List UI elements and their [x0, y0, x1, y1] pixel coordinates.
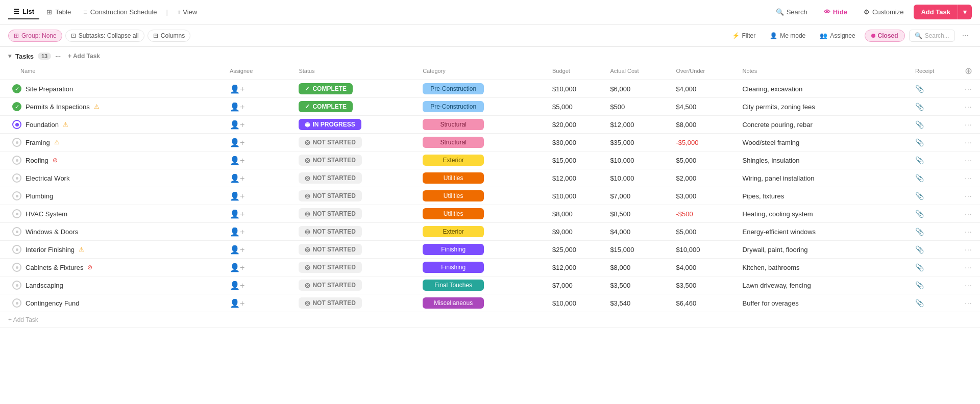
category-cell[interactable]: Structural [418, 134, 547, 152]
receipt-icon[interactable]: 📎 [915, 85, 924, 93]
task-name[interactable]: Windows & Doors [26, 228, 78, 236]
add-task-inline-button[interactable]: + Add Task [65, 52, 103, 60]
receipt-icon[interactable]: 📎 [915, 228, 924, 236]
row-more-button[interactable]: ··· [965, 138, 972, 146]
task-name[interactable]: Site Preparation [26, 85, 73, 93]
status-cell[interactable]: ◎NOT STARTED [293, 259, 418, 276]
status-cell[interactable]: ✓COMPLETE [293, 98, 418, 116]
task-name[interactable]: Electrical Work [26, 174, 69, 182]
row-more-button[interactable]: ··· [965, 263, 972, 271]
nav-add-view[interactable]: + View [172, 5, 202, 19]
receipt-icon[interactable]: 📎 [915, 210, 924, 218]
task-name[interactable]: Cabinets & Fixtures [26, 264, 83, 271]
row-more-button[interactable]: ··· [965, 192, 972, 200]
columns-chip[interactable]: ⊟ Columns [148, 30, 190, 42]
category-cell[interactable]: Pre-Construction [418, 98, 547, 116]
row-more-button[interactable]: ··· [965, 281, 972, 289]
row-more-button[interactable]: ··· [965, 85, 972, 93]
row-more-button[interactable]: ··· [965, 228, 972, 236]
add-task-dropdown-arrow[interactable]: ▾ [958, 5, 972, 19]
row-more-button[interactable]: ··· [965, 174, 972, 182]
receipt-icon[interactable]: 📎 [915, 156, 924, 164]
receipt-icon[interactable]: 📎 [915, 245, 924, 254]
category-cell[interactable]: Miscellaneous [418, 294, 547, 312]
task-name[interactable]: Framing [26, 139, 50, 146]
category-cell[interactable]: Final Touches [418, 276, 547, 294]
more-options-button[interactable]: ··· [959, 30, 972, 41]
receipt-icon[interactable]: 📎 [915, 192, 924, 200]
assignee-add-button[interactable]: 👤+ [230, 85, 244, 93]
assignee-add-button[interactable]: 👤+ [230, 210, 244, 218]
search-button[interactable]: 🔍 Search [770, 5, 814, 19]
status-cell[interactable]: ◎NOT STARTED [293, 205, 418, 223]
me-mode-button[interactable]: 👤 Me mode [765, 30, 811, 41]
task-name[interactable]: Foundation [26, 121, 59, 129]
row-more-button[interactable]: ··· [965, 299, 972, 307]
status-cell[interactable]: ◎NOT STARTED [293, 294, 418, 312]
task-name[interactable]: Plumbing [26, 192, 53, 200]
assignee-add-button[interactable]: 👤+ [230, 120, 244, 129]
assignee-add-button[interactable]: 👤+ [230, 174, 244, 183]
task-name[interactable]: Landscaping [26, 282, 63, 289]
customize-button[interactable]: ⚙ Customize [857, 5, 910, 19]
assignee-add-button[interactable]: 👤+ [230, 156, 244, 165]
filter-button[interactable]: ⚡ Filter [727, 30, 761, 41]
row-more-button[interactable]: ··· [965, 245, 972, 254]
task-name[interactable]: Permits & Inspections [26, 103, 90, 111]
category-cell[interactable]: Pre-Construction [418, 80, 547, 98]
status-cell[interactable]: ◎NOT STARTED [293, 241, 418, 259]
hide-button[interactable]: 👁 Hide [818, 5, 853, 19]
add-task-row[interactable]: + Add Task [0, 312, 980, 328]
row-more-button[interactable]: ··· [965, 210, 972, 218]
receipt-icon[interactable]: 📎 [915, 174, 924, 182]
add-column-icon[interactable]: ⊕ [965, 66, 972, 76]
nav-construction-schedule[interactable]: ≡ Construction Schedule [78, 5, 162, 19]
status-cell[interactable]: ✓COMPLETE [293, 80, 418, 98]
category-cell[interactable]: Utilities [418, 169, 547, 187]
closed-badge[interactable]: Closed [865, 30, 905, 42]
category-cell[interactable]: Structural [418, 116, 547, 134]
receipt-icon[interactable]: 📎 [915, 138, 924, 146]
assignee-button[interactable]: 👥 Assignee [815, 30, 860, 41]
row-more-button[interactable]: ··· [965, 120, 972, 129]
category-cell[interactable]: Finishing [418, 241, 547, 259]
status-cell[interactable]: ◎NOT STARTED [293, 276, 418, 294]
row-more-button[interactable]: ··· [965, 156, 972, 164]
category-cell[interactable]: Utilities [418, 205, 547, 223]
category-cell[interactable]: Utilities [418, 187, 547, 205]
subtasks-chip[interactable]: ⊡ Subtasks: Collapse all [65, 30, 144, 42]
status-cell[interactable]: ◉IN PROGRESS [293, 116, 418, 134]
task-name[interactable]: Interior Finishing [26, 246, 75, 254]
status-cell[interactable]: ◎NOT STARTED [293, 134, 418, 152]
category-cell[interactable]: Exterior [418, 223, 547, 241]
group-none-chip[interactable]: ⊞ Group: None [8, 30, 62, 42]
category-cell[interactable]: Finishing [418, 259, 547, 276]
tasks-chevron[interactable]: ▾ [8, 53, 11, 60]
status-cell[interactable]: ◎NOT STARTED [293, 187, 418, 205]
task-name[interactable]: Roofing [26, 157, 48, 164]
assignee-add-button[interactable]: 👤+ [230, 138, 244, 147]
tasks-more-button[interactable]: ··· [55, 53, 61, 60]
nav-table[interactable]: ⊞ Table [41, 5, 76, 19]
assignee-add-button[interactable]: 👤+ [230, 299, 244, 308]
receipt-icon[interactable]: 📎 [915, 120, 924, 129]
category-cell[interactable]: Exterior [418, 152, 547, 169]
receipt-icon[interactable]: 📎 [915, 281, 924, 289]
task-name[interactable]: Contingency Fund [26, 299, 80, 307]
task-name[interactable]: HVAC System [26, 210, 67, 218]
row-more-button[interactable]: ··· [965, 103, 972, 111]
add-task-button[interactable]: Add Task ▾ [914, 5, 972, 19]
nav-list[interactable]: ☰ List [8, 5, 39, 19]
receipt-icon[interactable]: 📎 [915, 263, 924, 271]
receipt-icon[interactable]: 📎 [915, 299, 924, 307]
status-cell[interactable]: ◎NOT STARTED [293, 152, 418, 169]
col-add[interactable]: ⊕ [960, 62, 980, 80]
assignee-add-button[interactable]: 👤+ [230, 103, 244, 111]
assignee-add-button[interactable]: 👤+ [230, 245, 244, 254]
status-cell[interactable]: ◎NOT STARTED [293, 169, 418, 187]
assignee-add-button[interactable]: 👤+ [230, 228, 244, 236]
receipt-icon[interactable]: 📎 [915, 103, 924, 111]
search-box[interactable]: 🔍 Search... [909, 30, 955, 42]
assignee-add-button[interactable]: 👤+ [230, 263, 244, 272]
assignee-add-button[interactable]: 👤+ [230, 192, 244, 200]
